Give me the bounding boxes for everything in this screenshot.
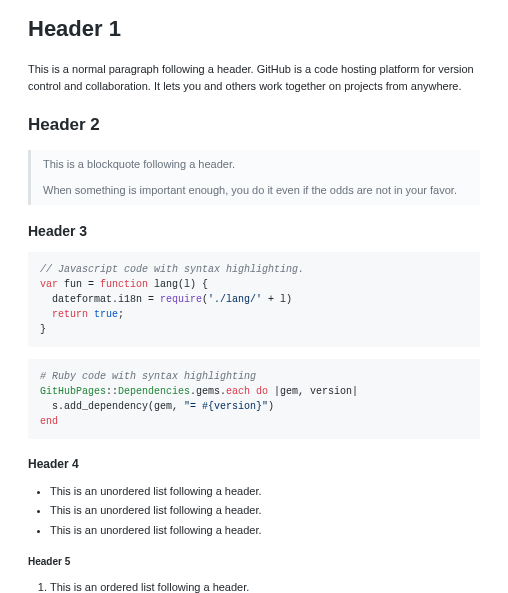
header-2: Header 2 (28, 112, 480, 140)
list-item: This is an unordered list following a he… (50, 502, 480, 519)
blockquote-line: When something is important enough, you … (43, 182, 468, 199)
blockquote: This is a blockquote following a header.… (28, 150, 480, 205)
list-item: This is an unordered list following a he… (50, 522, 480, 539)
blockquote-line: This is a blockquote following a header. (43, 156, 468, 173)
ordered-list: This is an ordered list following a head… (28, 579, 480, 593)
unordered-list: This is an unordered list following a he… (28, 483, 480, 539)
header-1: Header 1 (28, 12, 480, 47)
header-3: Header 3 (28, 221, 480, 242)
code-block-js: // Javascript code with syntax highlight… (28, 252, 480, 347)
code-block-ruby: # Ruby code with syntax highlighting Git… (28, 359, 480, 439)
list-item: This is an ordered list following a head… (50, 579, 480, 593)
list-item: This is an unordered list following a he… (50, 483, 480, 500)
intro-paragraph: This is a normal paragraph following a h… (28, 61, 480, 94)
header-5: Header 5 (28, 554, 480, 569)
header-4: Header 4 (28, 455, 480, 473)
